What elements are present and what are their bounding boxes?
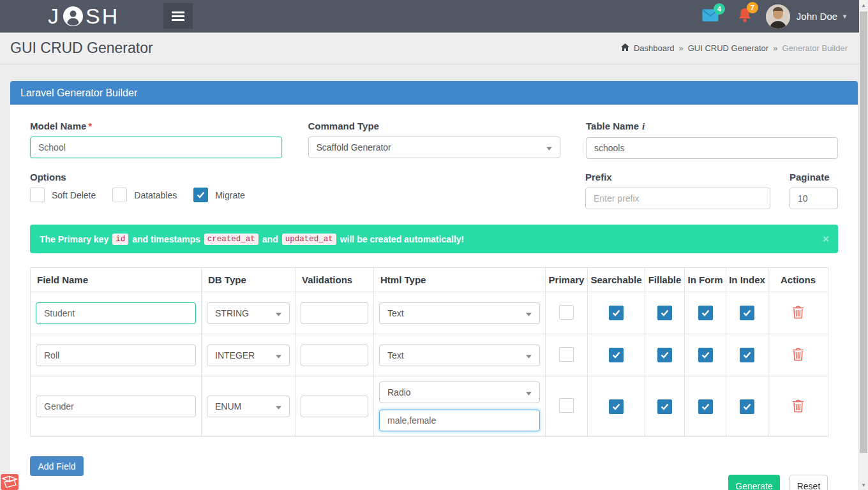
scrollbar-thumb[interactable] [860, 11, 867, 453]
chevron-down-icon [546, 142, 552, 152]
prefix-label: Prefix [585, 172, 770, 182]
html-type-select[interactable]: Radio [379, 382, 540, 403]
in-form-checkbox[interactable] [698, 306, 713, 320]
person-circle-icon [63, 6, 84, 27]
info-alert: The Primary key id and timestamps create… [30, 225, 838, 253]
command-type-label: Command Type [308, 121, 560, 131]
fillable-checkbox[interactable] [657, 399, 672, 414]
table-name-label: Table Namei [586, 121, 838, 132]
datatables-label: Datatables [134, 190, 177, 200]
page-title-bar: GUI CRUD Generator Dashboard » GUI CRUD … [0, 33, 868, 64]
notification-count-badge: 7 [747, 2, 758, 13]
breadcrumb-separator: » [678, 43, 683, 53]
migrate-option[interactable]: Migrate [193, 188, 245, 202]
primary-checkbox[interactable] [559, 398, 574, 413]
primary-checkbox[interactable] [559, 347, 574, 362]
table-name-input[interactable] [586, 137, 838, 159]
field-name-input[interactable] [36, 302, 196, 324]
in-form-checkbox[interactable] [698, 348, 713, 362]
messages-menu[interactable]: 4 [702, 9, 719, 24]
home-icon [621, 43, 629, 53]
field-row-roll: INTEGER Text [31, 334, 828, 376]
user-name[interactable]: John Doe [797, 11, 837, 22]
db-type-select[interactable]: ENUM [207, 396, 290, 417]
soft-delete-option[interactable]: Soft Delete [30, 188, 96, 202]
fillable-checkbox[interactable] [657, 348, 672, 362]
html-type-select[interactable]: Text [379, 302, 540, 324]
trash-icon [792, 353, 804, 363]
logo-text-post: SH [86, 4, 119, 29]
searchable-checkbox[interactable] [609, 348, 624, 362]
breadcrumb-current: Generator Builder [782, 43, 848, 53]
field-name-input[interactable] [36, 345, 196, 366]
alert-code-created-at: created_at [204, 234, 258, 245]
notifications-menu[interactable]: 7 [738, 8, 752, 25]
chevron-down-icon [276, 308, 281, 318]
chevron-down-icon [526, 387, 532, 397]
chevron-down-icon [276, 401, 281, 412]
chevron-down-icon [276, 350, 281, 360]
sidebar-toggle-button[interactable] [163, 3, 193, 29]
primary-checkbox[interactable] [559, 305, 574, 320]
breadcrumb-gui-crud-generator[interactable]: GUI CRUD Generator [688, 43, 768, 53]
enum-values-input[interactable] [379, 410, 540, 431]
user-menu-caret-icon[interactable]: ▼ [842, 13, 848, 20]
header-fillable: Fillable [645, 268, 685, 292]
model-name-input[interactable] [30, 137, 282, 158]
mail-icon [702, 13, 719, 24]
header-db-type: DB Type [202, 268, 296, 292]
panel-title: Laravel Generator Builder [20, 87, 137, 99]
html-type-select[interactable]: Text [379, 345, 540, 366]
reset-button[interactable]: Reset [789, 475, 828, 490]
chevron-down-icon [526, 308, 532, 318]
scrollbar[interactable]: ▲ ▼ [859, 0, 868, 490]
user-avatar[interactable] [766, 4, 790, 29]
table-header-row: Field Name DB Type Validations Html Type… [31, 268, 828, 292]
scrollbar-up-arrow[interactable]: ▲ [859, 0, 868, 10]
add-field-button[interactable]: Add Field [30, 456, 84, 476]
migrate-checkbox[interactable] [193, 188, 208, 202]
trash-icon [792, 311, 804, 321]
validations-input[interactable] [301, 302, 368, 324]
field-name-input[interactable] [36, 396, 196, 417]
db-type-select[interactable]: STRING [207, 302, 290, 324]
header-searchable: Searchable [588, 268, 645, 292]
in-index-checkbox[interactable] [740, 306, 754, 320]
command-type-select[interactable]: Scaffold Generator [308, 137, 560, 158]
model-name-label: Model Name* [30, 121, 282, 131]
delete-field-button[interactable] [792, 399, 804, 415]
datatables-option[interactable]: Datatables [112, 188, 177, 202]
chevron-down-icon [526, 350, 532, 360]
soft-delete-checkbox[interactable] [30, 188, 45, 202]
prefix-input[interactable] [585, 188, 770, 209]
required-asterisk: * [88, 121, 92, 131]
header-actions: Actions [768, 268, 828, 292]
alert-text: will be created automatically! [340, 234, 465, 244]
soft-delete-label: Soft Delete [52, 190, 96, 200]
bell-icon [738, 15, 752, 25]
info-icon: i [642, 121, 645, 131]
db-type-select[interactable]: INTEGER [207, 345, 290, 366]
datatables-checkbox[interactable] [112, 188, 127, 202]
alert-close-button[interactable]: × [823, 233, 829, 246]
alert-text: The Primary key [40, 234, 108, 244]
delete-field-button[interactable] [792, 305, 804, 321]
in-form-checkbox[interactable] [698, 399, 713, 414]
validations-input[interactable] [301, 396, 368, 417]
breadcrumb-dashboard[interactable]: Dashboard [634, 43, 675, 53]
in-index-checkbox[interactable] [740, 348, 754, 362]
generate-button[interactable]: Generate [728, 475, 780, 490]
josh-logo[interactable]: J SH [48, 0, 119, 33]
fillable-checkbox[interactable] [657, 306, 672, 320]
mail-count-badge: 4 [714, 3, 725, 15]
validations-input[interactable] [301, 345, 368, 366]
searchable-checkbox[interactable] [609, 399, 624, 414]
laravel-logo-badge [0, 474, 24, 490]
in-index-checkbox[interactable] [740, 399, 754, 414]
scrollbar-down-arrow[interactable]: ▼ [859, 480, 868, 490]
panel-header: Laravel Generator Builder [10, 81, 858, 105]
searchable-checkbox[interactable] [609, 306, 624, 320]
delete-field-button[interactable] [792, 347, 804, 363]
field-row-student: STRING Text [31, 292, 828, 334]
paginate-input[interactable] [789, 188, 838, 209]
